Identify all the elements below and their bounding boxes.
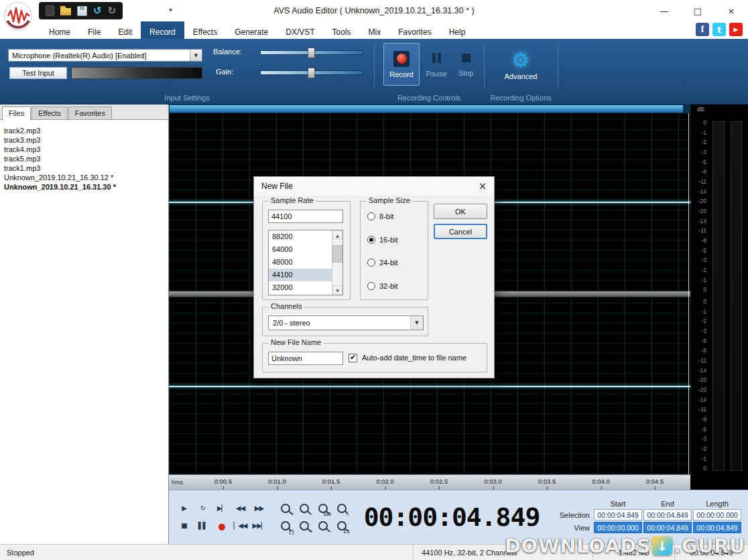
zoom-fit-button[interactable]: ↔: [333, 501, 350, 516]
ok-button[interactable]: OK: [434, 204, 487, 219]
file-item[interactable]: track5.mp3: [4, 154, 164, 163]
pause-button[interactable]: ▌▌: [194, 518, 211, 534]
record-button[interactable]: ●: [213, 518, 230, 534]
input-device-select[interactable]: Microphone (Realtek(R) Audio) [Enabled] …: [8, 49, 202, 62]
rewind-button[interactable]: ◀◀: [232, 501, 249, 516]
go-to-start-button[interactable]: ▏◀◀: [232, 518, 249, 534]
file-item[interactable]: track4.mp3: [4, 145, 164, 154]
undo-icon[interactable]: ↺: [93, 5, 102, 17]
file-item[interactable]: Unknown_2019.10.21_16.30.12 *: [4, 173, 164, 182]
test-input-button[interactable]: Test Input: [9, 67, 67, 79]
cancel-button[interactable]: Cancel: [434, 224, 487, 239]
sample-rate-input[interactable]: [268, 210, 343, 223]
panel-tab-effects[interactable]: Effects: [32, 107, 67, 119]
view-length-field[interactable]: 00:00:04.849: [693, 522, 741, 533]
db-tick-label: -8: [701, 169, 706, 175]
watermark-text-right: .GURU: [674, 535, 745, 557]
balance-slider-thumb[interactable]: [308, 48, 315, 58]
zoom-vertical-in-button[interactable]: +: [296, 518, 312, 534]
menu-tab-home[interactable]: Home: [40, 21, 79, 39]
gain-slider[interactable]: [260, 70, 363, 75]
quick-access-toolbar: ↺ ↻: [39, 2, 123, 19]
sample-size-option-8-bit[interactable]: 8-bit: [367, 212, 424, 220]
scroll-up-icon[interactable]: ▲: [332, 230, 342, 240]
view-start-field[interactable]: 00:00:00.000: [594, 522, 642, 533]
db-tick-label: 0: [703, 120, 706, 126]
record-button[interactable]: Record: [383, 43, 420, 86]
sample-rate-option[interactable]: 44100: [269, 269, 332, 281]
view-end-field[interactable]: 00:00:04.849: [643, 522, 692, 533]
selection-length-field[interactable]: 00:00:00.000: [693, 509, 741, 520]
scrollbar-thumb[interactable]: [332, 245, 342, 263]
pause-icon: [432, 50, 441, 66]
maximize-icon[interactable]: □: [688, 6, 708, 16]
forward-button[interactable]: ▶▶: [251, 501, 267, 516]
zoom-100-button[interactable]: 100: [314, 501, 331, 516]
sample-rate-option[interactable]: 88200: [269, 230, 332, 243]
menu-tab-favorites[interactable]: Favorites: [389, 21, 440, 39]
menu-tab-mix[interactable]: Mix: [360, 21, 390, 39]
scroll-down-icon[interactable]: ▼: [332, 285, 342, 295]
db-tick-label: -20: [698, 208, 706, 214]
auto-add-checkbox[interactable]: ✔: [349, 354, 357, 362]
file-name-input[interactable]: [268, 352, 343, 365]
overview-scrollbar[interactable]: [169, 104, 690, 113]
file-item[interactable]: track2.mp3: [4, 126, 164, 135]
facebook-icon[interactable]: f: [696, 23, 709, 36]
stop-button[interactable]: Stop: [453, 43, 479, 84]
menu-tab-record[interactable]: Record: [141, 21, 184, 39]
position-headers: Start End Length: [554, 500, 743, 508]
zoom-vertical-out-button[interactable]: −: [314, 518, 331, 534]
record-icon: ●: [218, 522, 225, 531]
play-button[interactable]: ▶: [176, 501, 192, 516]
channels-select[interactable]: 2/0 - stereo ▼: [268, 316, 424, 330]
customize-toolbar-icon[interactable]: ▾: [169, 6, 172, 13]
zoom-out-button[interactable]: −: [296, 501, 312, 516]
minimize-icon[interactable]: —: [654, 6, 674, 16]
file-item[interactable]: track1.mp3: [4, 163, 164, 173]
close-icon[interactable]: ×: [721, 6, 741, 16]
zoom-1to1-button[interactable]: 1:1: [333, 518, 350, 534]
panel-tab-favorites[interactable]: Favorites: [68, 107, 112, 119]
play-loop-button[interactable]: ↻: [194, 501, 211, 516]
youtube-icon[interactable]: ▶: [729, 23, 743, 36]
menu-tab-file[interactable]: File: [79, 21, 109, 39]
sample-size-option-24-bit[interactable]: 24-bit: [367, 259, 424, 267]
menu-tab-generate[interactable]: Generate: [226, 21, 277, 39]
menu-tab-dx-vst[interactable]: DX/VST: [277, 21, 323, 39]
menu-tab-tools[interactable]: Tools: [324, 21, 360, 39]
play-to-end-button[interactable]: ▶▏: [213, 501, 230, 516]
save-icon[interactable]: [77, 6, 87, 16]
selection-start-field[interactable]: 00:00:04.849: [594, 509, 642, 520]
menu-tab-effects[interactable]: Effects: [184, 21, 226, 39]
twitter-icon[interactable]: t: [712, 23, 726, 36]
dialog-close-icon[interactable]: ×: [471, 177, 494, 196]
dialog-title: New File: [261, 182, 293, 191]
new-file-icon[interactable]: [46, 5, 54, 16]
scrollbar-track[interactable]: [332, 240, 342, 285]
stop-button[interactable]: ■: [176, 518, 192, 534]
sample-size-option-16-bit[interactable]: 16-bit: [367, 236, 424, 244]
menu-tab-help[interactable]: Help: [440, 21, 475, 39]
advanced-button[interactable]: ⚙ Advanced: [492, 42, 550, 88]
gain-slider-thumb[interactable]: [308, 68, 315, 78]
file-item[interactable]: Unknown_2019.10.21_16.31.30 *: [4, 182, 164, 192]
sample-rate-option[interactable]: 64000: [269, 243, 332, 256]
selection-end-field[interactable]: 00:00:04.849: [643, 509, 692, 520]
ruler[interactable]: hms 0:00.50:01.00:01.50:02.00:02.50:03.0…: [169, 474, 690, 490]
file-item[interactable]: track3.mp3: [4, 135, 164, 145]
zoom-selection-button[interactable]: [ ]: [277, 518, 294, 534]
pause-button[interactable]: Pause: [422, 43, 450, 84]
panel-tab-files[interactable]: Files: [2, 107, 31, 120]
sample-rate-option[interactable]: 32000: [269, 281, 332, 294]
sample-size-option-32-bit[interactable]: 32-bit: [367, 282, 424, 290]
menu-tab-edit[interactable]: Edit: [109, 21, 141, 39]
redo-icon[interactable]: ↻: [108, 5, 117, 17]
balance-slider[interactable]: [260, 50, 363, 55]
dialog-titlebar[interactable]: New File ×: [254, 177, 494, 196]
go-to-end-button[interactable]: ▶▶▏: [251, 518, 267, 534]
sample-rate-scrollbar[interactable]: ▲ ▼: [332, 230, 342, 295]
sample-rate-option[interactable]: 48000: [269, 256, 332, 269]
zoom-in-button[interactable]: +: [277, 501, 294, 516]
open-folder-icon[interactable]: [60, 8, 71, 15]
